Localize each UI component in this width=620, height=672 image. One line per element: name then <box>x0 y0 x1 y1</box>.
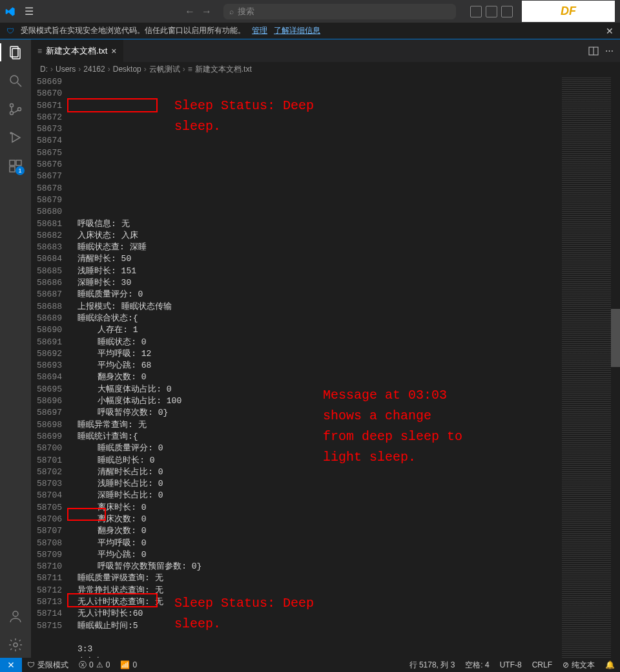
run-debug-icon[interactable] <box>8 130 23 145</box>
menu-button[interactable]: ☰ <box>21 4 37 19</box>
breadcrumb-item[interactable]: Desktop <box>113 65 141 74</box>
tabs-row: ≡ 新建文本文档.txt × ⋯ <box>31 39 620 62</box>
nav-back-icon[interactable]: ← <box>185 6 195 17</box>
ports-status[interactable]: 📶0 <box>115 658 142 672</box>
file-icon: ≡ <box>188 65 192 74</box>
settings-gear-icon[interactable] <box>8 637 23 653</box>
code-line[interactable]: 小幅度体动占比: 100 <box>78 395 562 407</box>
line-number: 58685 <box>31 266 62 277</box>
cursor-position[interactable]: 行 5178, 列 3 <box>404 658 460 672</box>
line-number: 58674 <box>31 135 62 147</box>
code-line[interactable]: 离床次数: 0 <box>78 514 562 525</box>
code-line[interactable]: 睡眠状态: 0 <box>78 337 562 348</box>
line-number: 58680 <box>31 206 62 218</box>
line-number: 58675 <box>31 147 62 159</box>
more-actions-icon[interactable]: ⋯ <box>605 46 614 56</box>
code-line[interactable]: 睡眠异常查询: 无 <box>78 419 562 431</box>
code-line[interactable] <box>78 632 562 644</box>
code-line[interactable]: 呼吸信息: 无 <box>78 218 562 230</box>
df-badge: DF <box>522 1 615 22</box>
toggle-panel-icon[interactable] <box>486 6 497 17</box>
code-line[interactable]: 睡眠质量评分: 0 <box>78 443 562 454</box>
code-line[interactable]: 人存在: 1 <box>78 656 562 658</box>
code-line[interactable]: 入床状态: 入床 <box>78 230 562 242</box>
code-line[interactable]: 平均呼吸: 0 <box>78 538 562 549</box>
encoding-status[interactable]: UTF-8 <box>495 658 527 672</box>
code-line[interactable]: 呼吸暂停次数: 0} <box>78 407 562 419</box>
restricted-message: 受限模式旨在实现安全地浏览代码。信任此窗口以启用所有功能。 <box>21 25 245 36</box>
breadcrumb-item[interactable]: D: <box>40 65 48 74</box>
search-activity-icon[interactable] <box>8 73 23 89</box>
svg-rect-10 <box>16 160 21 165</box>
code-line[interactable]: 睡眠统计查询:{ <box>78 431 562 443</box>
restrict-icon: ⊘ <box>563 660 569 669</box>
code-line[interactable]: 呼吸暂停次数预留参数: 0} <box>78 561 562 572</box>
code-line[interactable]: 睡眠状态查: 深睡 <box>78 242 562 253</box>
line-number: 58689 <box>31 313 62 324</box>
code-line[interactable]: 翻身次数: 0 <box>78 525 562 537</box>
restricted-status[interactable]: 🛡 受限模式 <box>22 658 74 672</box>
tab-close-icon[interactable]: × <box>111 46 116 56</box>
code-line[interactable]: 无人计时时长:60 <box>78 608 562 620</box>
code-line[interactable]: 平均心跳: 68 <box>78 360 562 372</box>
eol-status[interactable]: CRLF <box>527 658 557 672</box>
code-line[interactable]: 大幅度体动占比: 0 <box>78 384 562 395</box>
toggle-sidebar-icon[interactable] <box>470 6 482 17</box>
tab-file[interactable]: ≡ 新建文本文档.txt × <box>31 39 124 62</box>
close-icon[interactable]: ✕ <box>606 26 614 36</box>
line-number: 58692 <box>31 348 62 360</box>
source-control-icon[interactable] <box>8 101 23 117</box>
code-line[interactable]: 平均呼吸: 12 <box>78 348 562 360</box>
line-number: 58697 <box>31 407 62 419</box>
code-line[interactable]: 深睡时长: 30 <box>78 277 562 289</box>
search-input[interactable]: ⌕ 搜索 <box>223 4 456 19</box>
code-line[interactable]: 翻身次数: 0 <box>78 372 562 383</box>
notifications-icon[interactable]: 🔔 <box>600 658 620 672</box>
editor-body[interactable]: 5866958670586715867258673586745867558676… <box>31 76 620 658</box>
code-line[interactable]: 浅睡时长: 151 <box>78 266 562 277</box>
code-line[interactable]: 上报模式: 睡眠状态传输 <box>78 301 562 313</box>
code-line[interactable]: 3:3 <box>78 644 562 655</box>
code-line[interactable]: 睡眠截止时间:5 <box>78 620 562 632</box>
breadcrumb-item[interactable]: 新建文本文档.txt <box>195 64 252 75</box>
remote-indicator[interactable] <box>0 658 22 672</box>
learn-more-link[interactable]: 了解详细信息 <box>274 25 320 36</box>
error-icon: ⓧ <box>79 660 87 671</box>
breadcrumb-item[interactable]: Users <box>56 65 76 74</box>
annotation-text-2: Message at 03:03 shows a change from dee… <box>323 385 462 468</box>
toggle-secondary-icon[interactable] <box>501 6 513 17</box>
code-line[interactable]: 浅睡时长占比: 0 <box>78 478 562 490</box>
line-number: 58712 <box>31 585 62 596</box>
code-content[interactable]: Sleep Status: Deep sleep. Message at 03:… <box>71 76 562 658</box>
code-line[interactable]: 人存在: 1 <box>78 324 562 336</box>
svg-point-12 <box>13 611 18 616</box>
code-line[interactable]: 平均心跳: 0 <box>78 549 562 561</box>
line-number: 58706 <box>31 514 62 525</box>
indentation-status[interactable]: 空格: 4 <box>460 658 494 672</box>
problems-status[interactable]: ⓧ0 ⚠0 <box>74 658 115 672</box>
code-line[interactable]: 睡眠总时长: 0 <box>78 455 562 467</box>
code-line[interactable]: 清醒时长占比: 0 <box>78 467 562 478</box>
vertical-scrollbar[interactable] <box>611 76 620 658</box>
code-line[interactable]: 离床时长: 0 <box>78 502 562 514</box>
line-number: 58709 <box>31 549 62 561</box>
scroll-thumb[interactable] <box>611 309 620 367</box>
code-line[interactable]: 深睡时长占比: 0 <box>78 490 562 501</box>
language-status[interactable]: ⊘ 纯文本 <box>557 658 600 672</box>
split-editor-icon[interactable] <box>588 46 599 56</box>
nav-forward-icon[interactable]: → <box>202 6 212 17</box>
code-line[interactable]: 睡眠质量评分: 0 <box>78 289 562 300</box>
breadcrumb-item[interactable]: 24162 <box>83 65 105 74</box>
manage-link[interactable]: 管理 <box>252 25 267 36</box>
line-number: 58679 <box>31 194 62 206</box>
svg-point-6 <box>18 108 21 111</box>
breadcrumbs[interactable]: D:› Users› 24162› Desktop› 云帆测试› ≡ 新建文本文… <box>31 62 620 76</box>
account-icon[interactable] <box>8 609 23 624</box>
code-line[interactable]: 睡眠质量评级查询: 无 <box>78 572 562 584</box>
breadcrumb-item[interactable]: 云帆测试 <box>149 64 180 75</box>
editor-area: ≡ 新建文本文档.txt × ⋯ D:› Users› 24162› Deskt… <box>31 39 620 658</box>
explorer-icon[interactable] <box>8 45 23 60</box>
code-line[interactable]: 睡眠综合状态:{ <box>78 313 562 324</box>
code-line[interactable]: 清醒时长: 50 <box>78 253 562 265</box>
extensions-icon[interactable]: 1 <box>8 158 23 174</box>
